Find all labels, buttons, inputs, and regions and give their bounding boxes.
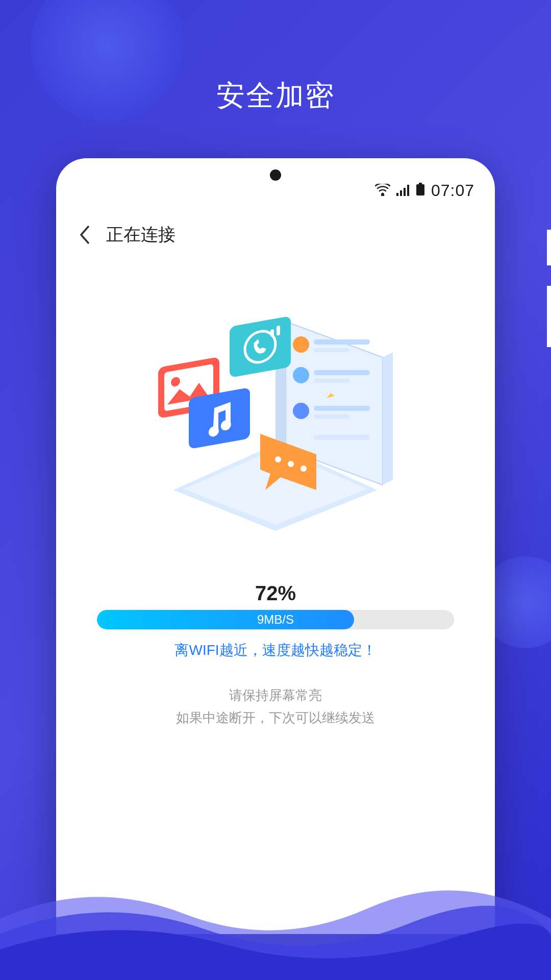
hint-line-2: 如果中途断开，下次可以继续发送 — [56, 706, 495, 729]
svg-rect-16 — [314, 435, 370, 440]
phone-notch — [270, 169, 281, 181]
svg-rect-12 — [314, 379, 349, 383]
app-header: 正在连接 — [56, 214, 495, 255]
svg-rect-8 — [314, 339, 370, 345]
svg-rect-14 — [314, 406, 370, 411]
back-button[interactable] — [71, 222, 97, 248]
signal-icon — [396, 181, 410, 200]
svg-point-13 — [293, 403, 309, 419]
svg-point-0 — [381, 193, 384, 195]
hint-block: 请保持屏幕常亮 如果中途断开，下次可以继续发送 — [56, 684, 495, 729]
svg-rect-26 — [270, 329, 274, 337]
page-title: 安全加密 — [0, 77, 551, 115]
svg-rect-5 — [419, 183, 422, 184]
bottom-wave-decor — [0, 868, 551, 980]
svg-rect-6 — [416, 184, 424, 195]
svg-rect-3 — [404, 188, 406, 196]
phone-side-button — [547, 230, 551, 265]
progress-percent: 72% — [56, 582, 495, 605]
svg-rect-24 — [230, 316, 291, 378]
svg-point-19 — [300, 465, 307, 472]
svg-rect-9 — [314, 348, 349, 352]
svg-point-7 — [293, 336, 309, 353]
svg-rect-2 — [400, 190, 402, 196]
svg-rect-1 — [396, 193, 398, 196]
svg-rect-4 — [407, 185, 409, 196]
status-time: 07:07 — [431, 181, 474, 200]
battery-icon — [416, 181, 425, 200]
hint-line-1: 请保持屏幕常亮 — [56, 684, 495, 706]
svg-point-17 — [275, 456, 281, 462]
progress-bar: 9MB/S — [97, 610, 454, 629]
progress-section: 72% 9MB/S 离WIFI越近，速度越快越稳定！ — [56, 582, 495, 660]
svg-rect-15 — [314, 414, 349, 419]
svg-rect-27 — [277, 326, 280, 336]
wifi-icon — [375, 181, 390, 200]
phone-frame: 07:07 正在连接 — [56, 158, 495, 934]
svg-point-10 — [293, 367, 309, 383]
svg-rect-11 — [314, 370, 370, 375]
progress-speed: 9MB/S — [97, 612, 454, 627]
svg-point-18 — [288, 461, 294, 467]
status-bar: 07:07 — [375, 181, 474, 200]
chevron-left-icon — [79, 225, 90, 244]
svg-rect-23 — [189, 387, 250, 449]
wifi-tip: 离WIFI越近，速度越快越稳定！ — [56, 641, 495, 660]
phone-side-button — [547, 286, 551, 347]
transfer-illustration — [112, 291, 439, 536]
app-header-title: 正在连接 — [106, 223, 176, 247]
